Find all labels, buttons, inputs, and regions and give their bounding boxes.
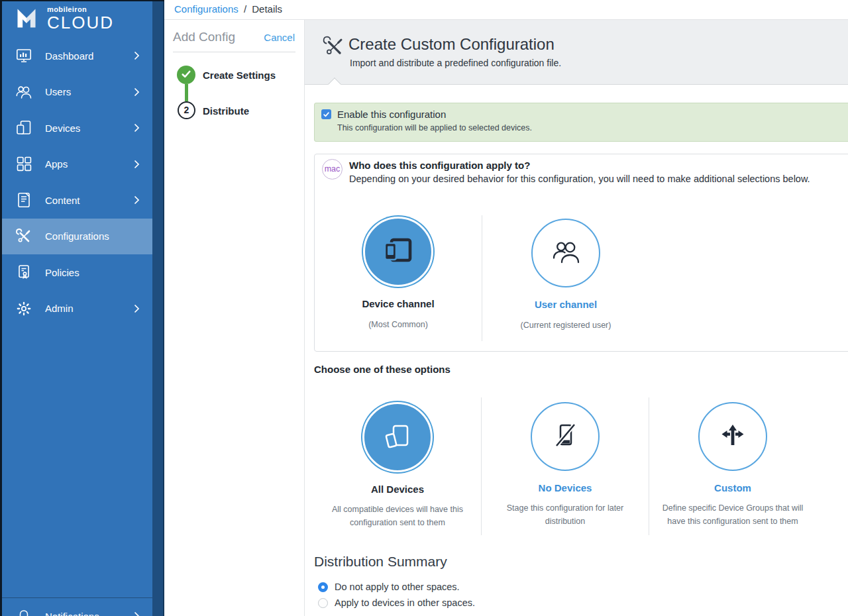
chevron-right-icon — [134, 304, 140, 315]
sidebar-item-configurations[interactable]: Configurations — [0, 219, 154, 255]
device-channel-note: (Most Common) — [315, 320, 482, 329]
configurations-icon — [15, 228, 33, 245]
breadcrumb: Configurations / Details — [174, 3, 282, 15]
options-heading: Choose one of these options — [314, 364, 450, 375]
sidebar-left-edge — [0, 0, 2, 616]
custom-label[interactable]: Custom — [649, 482, 816, 493]
radio-selected-icon[interactable] — [318, 582, 328, 592]
no-devices-button[interactable] — [531, 402, 600, 471]
radio-apply-other-spaces-label: Apply to devices in other spaces. — [335, 597, 475, 608]
all-devices-option: All Devices All compatible devices will … — [314, 397, 482, 535]
sidebar-item-content[interactable]: Content — [0, 182, 154, 219]
mac-badge: mac — [322, 159, 343, 180]
breadcrumb-link-configurations[interactable]: Configurations — [174, 3, 238, 15]
sidebar-item-label: Notifications — [45, 611, 99, 616]
step-1-label[interactable]: Create Settings — [203, 70, 276, 81]
chevron-right-icon — [134, 51, 140, 62]
gear-icon — [15, 301, 33, 317]
brand-product: CLOUD — [47, 13, 114, 33]
sidebar-item-label: Content — [45, 195, 80, 206]
custom-branch-arrows-icon — [718, 421, 747, 452]
user-channel-option: User channel (Current registered user) — [482, 215, 649, 341]
distribution-summary-heading: Distribution Summary — [314, 554, 447, 570]
sidebar-item-label: Dashboard — [45, 50, 93, 62]
wizard-panel: Add Config Cancel 2 Create Settings Dist… — [164, 20, 305, 616]
wizard-divider — [173, 52, 295, 52]
devices-icon — [15, 120, 33, 136]
distribution-options: All Devices All compatible devices will … — [314, 397, 816, 535]
page-title: Create Custom Configuration — [348, 35, 555, 54]
policies-icon — [15, 264, 33, 280]
user-channel-button[interactable] — [531, 219, 600, 287]
apply-to-description: Depending on your desired behavior for t… — [349, 174, 810, 184]
user-channel-label[interactable]: User channel — [482, 299, 649, 310]
radio-do-not-apply-label: Do not apply to other spaces. — [335, 582, 460, 592]
sidebar-right-edge — [152, 0, 164, 616]
user-channel-note: (Current registered user) — [482, 321, 649, 330]
breadcrumb-separator: / — [244, 3, 246, 15]
sidebar-top-edge — [0, 0, 164, 1]
sidebar-item-label: Users — [45, 86, 71, 97]
step-2-label[interactable]: Distribute — [203, 105, 249, 117]
device-channel-label[interactable]: Device channel — [315, 298, 482, 309]
user-channel-icon — [551, 236, 581, 270]
cancel-button[interactable]: Cancel — [264, 32, 295, 43]
main-content: Create Custom Configuration Import and d… — [305, 20, 848, 616]
content-icon — [15, 192, 33, 208]
no-devices-label[interactable]: No Devices — [482, 482, 649, 493]
page-subtitle: Import and distribute a predefined confi… — [350, 58, 561, 68]
no-devices-option: No Devices Stage this configuration for … — [482, 397, 649, 535]
sidebar: mobileiron CLOUD Dashboard — [0, 0, 164, 616]
no-devices-icon — [550, 420, 580, 453]
sidebar-item-devices[interactable]: Devices — [0, 110, 154, 146]
sidebar-item-label: Admin — [45, 303, 74, 314]
step-connector — [185, 84, 188, 101]
device-channel-icon — [383, 235, 413, 268]
sidebar-item-policies[interactable]: Policies — [0, 254, 154, 291]
brand-logo[interactable]: mobileiron CLOUD — [15, 5, 114, 33]
all-devices-description: All compatible devices will have this co… — [319, 503, 476, 529]
apply-to-section: mac Who does this configuration apply to… — [314, 154, 848, 352]
sidebar-item-admin[interactable]: Admin — [0, 291, 154, 327]
sidebar-item-label: Configurations — [45, 231, 109, 242]
chevron-right-icon — [134, 195, 140, 207]
enable-configuration-label: Enable this configuration — [337, 109, 446, 120]
custom-description: Define specific Device Groups that will … — [654, 501, 812, 528]
chevron-right-icon — [134, 160, 140, 171]
radio-unselected-icon[interactable] — [318, 598, 328, 608]
tools-icon — [322, 35, 346, 62]
breadcrumb-bar: Configurations / Details — [164, 0, 848, 20]
check-icon — [182, 69, 191, 81]
radio-do-not-apply[interactable]: Do not apply to other spaces. — [314, 580, 460, 594]
device-channel-option: Device channel (Most Common) — [315, 215, 482, 341]
device-channel-button[interactable] — [363, 217, 433, 287]
sidebar-item-label: Apps — [45, 158, 68, 170]
no-devices-description: Stage this configuration for later distr… — [486, 501, 644, 528]
sidebar-item-dashboard[interactable]: Dashboard — [0, 38, 154, 74]
sidebar-item-label: Devices — [45, 123, 80, 134]
all-devices-button[interactable] — [362, 402, 433, 472]
apply-to-heading: Who does this configuration apply to? — [349, 160, 530, 171]
chevron-right-icon — [134, 87, 140, 99]
sidebar-item-apps[interactable]: Apps — [0, 146, 154, 183]
enable-configuration-description: This configuration will be applied to se… — [337, 123, 532, 132]
step-2-indicator[interactable]: 2 — [178, 101, 195, 119]
enable-configuration-banner: Enable this configuration This configura… — [314, 103, 848, 142]
dashboard-icon — [15, 48, 33, 64]
apps-icon — [15, 156, 33, 172]
sidebar-item-label: Policies — [45, 267, 80, 278]
brand-text: mobileiron CLOUD — [47, 5, 114, 33]
all-devices-label[interactable]: All Devices — [314, 484, 481, 495]
custom-button[interactable] — [698, 402, 767, 471]
users-icon — [15, 84, 33, 99]
enable-configuration-checkbox[interactable] — [321, 109, 331, 119]
wizard-title: Add Config — [173, 30, 235, 44]
chevron-right-icon — [134, 611, 140, 616]
page-header: Create Custom Configuration Import and d… — [305, 20, 848, 85]
step-1-complete-indicator[interactable] — [177, 66, 195, 84]
sidebar-item-users[interactable]: Users — [0, 74, 154, 111]
app-window: mobileiron CLOUD Dashboard — [0, 0, 848, 616]
custom-option: Custom Define specific Device Groups tha… — [649, 397, 816, 535]
radio-apply-other-spaces[interactable]: Apply to devices in other spaces. — [314, 595, 475, 610]
sidebar-item-notifications[interactable]: Notifications — [0, 597, 154, 616]
